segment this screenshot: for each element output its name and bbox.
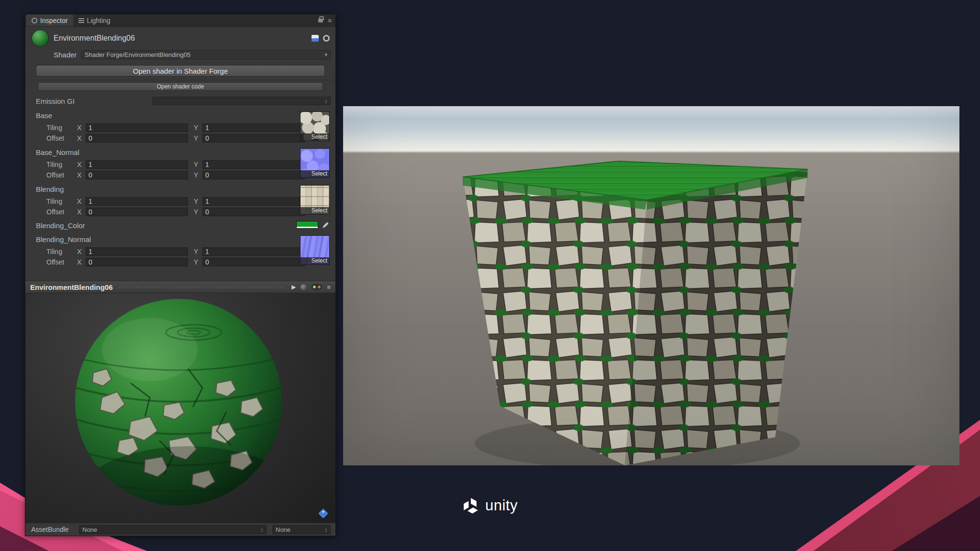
section-blending: Blending Tiling X 1 Y 1 Offset X 0 Y 0 bbox=[36, 185, 331, 216]
caret-down-icon: ▾ bbox=[324, 52, 327, 58]
y-label: Y bbox=[194, 198, 202, 205]
select-button[interactable]: Select bbox=[301, 170, 329, 177]
lighting-icon bbox=[78, 18, 84, 23]
y-label: Y bbox=[194, 208, 202, 216]
select-button[interactable]: Select bbox=[301, 257, 329, 264]
y-label: Y bbox=[194, 171, 202, 179]
material-header: EnvironmentBlending06 bbox=[25, 27, 335, 49]
offset-x-field[interactable]: 0 bbox=[86, 208, 188, 216]
tiling-y-field[interactable]: 1 bbox=[202, 197, 305, 206]
tiling-x-field[interactable]: 1 bbox=[86, 123, 188, 132]
offset-row: Offset X 0 Y 0 bbox=[46, 170, 305, 179]
tab-bar: Inspector Lighting ≡ bbox=[25, 14, 335, 27]
y-label: Y bbox=[194, 248, 202, 255]
tiling-x-field[interactable]: 1 bbox=[86, 160, 188, 169]
unity-logo-icon bbox=[461, 496, 481, 516]
assetbundle-variant-value: None bbox=[276, 526, 290, 533]
y-label: Y bbox=[194, 161, 202, 168]
tiling-y-field[interactable]: 1 bbox=[202, 160, 305, 169]
lock-icon[interactable] bbox=[318, 19, 323, 22]
offset-y-field[interactable]: 0 bbox=[202, 208, 305, 216]
offset-x-field[interactable]: 0 bbox=[86, 134, 188, 143]
tiling-x-field[interactable]: 1 bbox=[86, 197, 188, 206]
shader-dropdown-value: Shader Forge/EnvironmentBlending05 bbox=[85, 51, 322, 58]
offset-row: Offset X 0 Y 0 bbox=[46, 133, 305, 143]
select-button[interactable]: Select bbox=[301, 133, 329, 141]
offset-row: Offset X 0 Y 0 bbox=[46, 207, 305, 216]
y-label: Y bbox=[194, 134, 202, 142]
preview-header[interactable]: EnvironmentBlending06 ▶ ≡ bbox=[25, 281, 335, 293]
select-button[interactable]: Select bbox=[301, 207, 329, 214]
tab-inspector[interactable]: Inspector bbox=[26, 14, 73, 26]
help-icon[interactable] bbox=[312, 35, 319, 42]
assetbundle-row: AssetBundle None ↕ None ↕ bbox=[25, 523, 335, 536]
shader-label: Shader bbox=[54, 51, 81, 59]
emission-gi-dropdown[interactable]: ↕ bbox=[152, 97, 331, 105]
y-label: Y bbox=[194, 124, 202, 132]
x-label: X bbox=[77, 248, 86, 255]
preview-mode-icon[interactable] bbox=[312, 284, 322, 290]
shader-dropdown[interactable]: Shader Forge/EnvironmentBlending05 ▾ bbox=[81, 50, 331, 59]
slide-background: Inspector Lighting ≡ EnvironmentBlending… bbox=[0, 0, 980, 551]
tiling-label: Tiling bbox=[46, 198, 77, 205]
shader-row: Shader Shader Forge/EnvironmentBlending0… bbox=[54, 49, 331, 60]
tiling-row: Tiling X 1 Y 1 bbox=[46, 160, 305, 169]
assetbundle-dropdown-value: None bbox=[82, 526, 97, 533]
assetbundle-tag-icon[interactable] bbox=[318, 508, 328, 518]
tab-label: Lighting bbox=[87, 17, 111, 24]
offset-y-field[interactable]: 0 bbox=[202, 134, 305, 143]
drag-handle[interactable] bbox=[119, 286, 286, 288]
open-shader-forge-button[interactable]: Open shader in Shader Forge bbox=[36, 65, 325, 77]
tab-lighting[interactable]: Lighting bbox=[73, 14, 116, 26]
open-shader-code-button[interactable]: Open shader code bbox=[38, 82, 323, 91]
preview-light-icon[interactable] bbox=[301, 284, 307, 290]
section-label: Base bbox=[36, 111, 331, 119]
inspector-icon bbox=[32, 18, 37, 23]
tiling-x-field[interactable]: 1 bbox=[86, 247, 188, 256]
material-preview-area[interactable] bbox=[25, 293, 335, 523]
offset-x-field[interactable]: 0 bbox=[86, 171, 188, 179]
section-blending-normal: Blending_Normal Tiling X 1 Y 1 Offset X … bbox=[36, 235, 331, 266]
popup-icon: ↕ bbox=[261, 527, 264, 532]
popup-icon: ↕ bbox=[325, 98, 328, 104]
material-name: EnvironmentBlending06 bbox=[54, 34, 312, 43]
offset-x-field[interactable]: 0 bbox=[86, 258, 188, 266]
preview-menu-icon[interactable]: ≡ bbox=[327, 284, 331, 291]
blending-normal-texture-thumbnail[interactable]: Select bbox=[300, 235, 330, 265]
tiling-y-field[interactable]: 1 bbox=[202, 247, 305, 256]
tiling-y-field[interactable]: 1 bbox=[202, 123, 305, 132]
x-label: X bbox=[77, 134, 86, 142]
tiling-row: Tiling X 1 Y 1 bbox=[46, 247, 305, 256]
play-button[interactable]: ▶ bbox=[291, 284, 296, 290]
x-label: X bbox=[77, 124, 86, 132]
blending-color-swatch[interactable] bbox=[296, 221, 318, 229]
offset-y-field[interactable]: 0 bbox=[202, 258, 305, 266]
x-label: X bbox=[77, 258, 86, 266]
tiling-label: Tiling bbox=[46, 161, 77, 168]
panel-menu-icon[interactable]: ≡ bbox=[328, 17, 332, 24]
tiling-row: Tiling X 1 Y 1 bbox=[46, 197, 305, 206]
base-texture-thumbnail[interactable]: Select bbox=[300, 111, 330, 141]
base-normal-texture-thumbnail[interactable]: Select bbox=[300, 148, 330, 178]
tiling-row: Tiling X 1 Y 1 bbox=[46, 123, 305, 132]
inspector-window: Inspector Lighting ≡ EnvironmentBlending… bbox=[25, 14, 336, 536]
assetbundle-variant-dropdown[interactable]: None ↕ bbox=[272, 525, 331, 534]
x-label: X bbox=[77, 161, 86, 168]
eyedropper-icon[interactable] bbox=[322, 221, 330, 229]
x-label: X bbox=[77, 198, 86, 205]
section-label: Base_Normal bbox=[36, 148, 331, 156]
blending-texture-thumbnail[interactable]: Select bbox=[300, 185, 330, 215]
textured-cube bbox=[343, 106, 959, 465]
gear-icon[interactable] bbox=[323, 35, 330, 42]
offset-y-field[interactable]: 0 bbox=[202, 171, 305, 179]
preview-title: EnvironmentBlending06 bbox=[30, 283, 113, 291]
emission-gi-row: Emission GI ↕ bbox=[36, 96, 331, 106]
offset-label: Offset bbox=[46, 134, 77, 142]
unity-wordmark: unity bbox=[485, 497, 518, 514]
assetbundle-dropdown[interactable]: None ↕ bbox=[79, 525, 267, 534]
y-label: Y bbox=[194, 258, 202, 266]
offset-label: Offset bbox=[46, 171, 77, 179]
scene-view bbox=[343, 106, 959, 465]
material-preview-icon bbox=[32, 30, 48, 46]
x-label: X bbox=[77, 171, 86, 179]
